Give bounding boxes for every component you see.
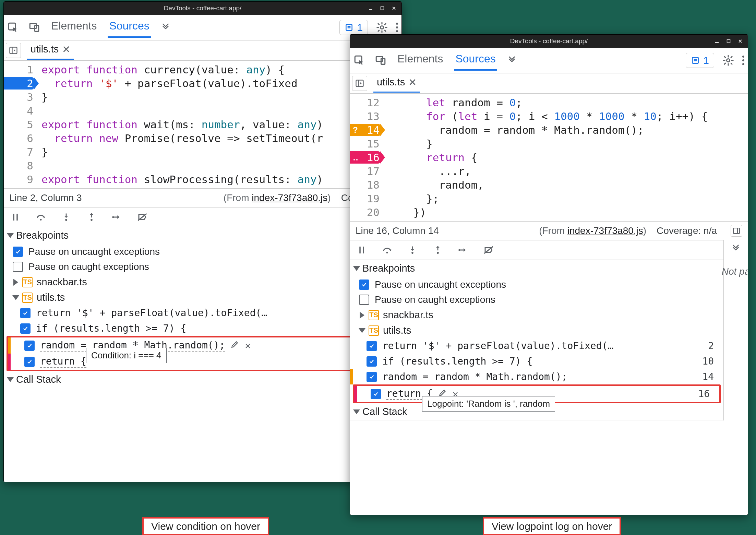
svg-point-40: [386, 252, 388, 253]
toggle-navigator-button[interactable]: [352, 76, 367, 91]
svg-rect-24: [727, 40, 730, 43]
step-button[interactable]: [110, 210, 124, 224]
checkbox[interactable]: [24, 341, 35, 351]
window-maximize-button[interactable]: [377, 4, 388, 13]
breakpoints-header[interactable]: Breakpoints: [4, 227, 401, 244]
breakpoint-code: return '$' + parseFloat(value).toFixed(…: [36, 307, 267, 319]
checkbox[interactable]: [367, 341, 377, 351]
file-tab-label: utils.ts: [377, 76, 405, 88]
breakpoint-file-snackbar-ts[interactable]: TSsnackbar.ts: [4, 274, 401, 290]
kebab-menu-icon[interactable]: [742, 56, 744, 65]
breakpoint-row[interactable]: return {16: [8, 354, 397, 370]
file-tab-utils-ts[interactable]: utils.ts ✕: [27, 41, 74, 60]
breakpoint-file-utils-ts[interactable]: TSutils.ts: [350, 323, 723, 338]
breakpoint-row[interactable]: if (results.length >= 7) {10: [4, 321, 401, 336]
step-button[interactable]: [456, 243, 470, 257]
checkbox[interactable]: [371, 389, 381, 399]
breakpoint-file-snackbar-ts[interactable]: TSsnackbar.ts: [350, 307, 723, 323]
step-out-button[interactable]: [431, 243, 445, 257]
checkbox[interactable]: [20, 323, 31, 334]
devtools-toolbar: Elements Sources 1: [4, 15, 401, 40]
breakpoint-row[interactable]: random = random * Math.random();✕14Condi…: [8, 337, 397, 354]
window-titlebar[interactable]: DevTools - coffee-cart.app/: [4, 2, 401, 15]
checkbox[interactable]: [20, 308, 31, 318]
deactivate-breakpoints-button[interactable]: [482, 243, 495, 257]
status-bar: Line 2, Column 3 (From index-73f73a80.js…: [4, 188, 401, 207]
tab-sources[interactable]: Sources: [454, 50, 497, 71]
checkbox[interactable]: [13, 247, 23, 257]
device-toggle-icon[interactable]: [375, 55, 386, 66]
checkbox[interactable]: [13, 262, 23, 272]
device-toggle-icon[interactable]: [28, 22, 40, 33]
svg-point-15: [40, 219, 42, 221]
kebab-menu-icon[interactable]: [396, 23, 398, 32]
checkbox[interactable]: [367, 372, 377, 382]
step-out-button[interactable]: [85, 210, 98, 224]
pause-button[interactable]: [9, 210, 22, 224]
issues-count: 1: [357, 22, 363, 33]
close-icon[interactable]: ✕: [245, 340, 251, 351]
more-tabs-icon[interactable]: [160, 22, 171, 33]
step-over-button[interactable]: [380, 243, 394, 257]
window-titlebar[interactable]: DevTools - coffee-cart.app/: [350, 35, 748, 48]
breakpoint-row[interactable]: random = random * Math.random();14: [350, 369, 723, 384]
checkbox[interactable]: [359, 295, 369, 305]
svg-point-10: [380, 26, 383, 29]
toggle-navigator-button[interactable]: [6, 43, 21, 58]
deactivate-breakpoints-button[interactable]: [135, 210, 149, 224]
svg-point-19: [91, 219, 93, 221]
issues-button[interactable]: 1: [686, 53, 714, 68]
window-close-button[interactable]: [388, 4, 399, 13]
breakpoint-file-utils-ts[interactable]: TSutils.ts: [4, 290, 401, 305]
checkbox[interactable]: [367, 356, 377, 367]
coverage-label: Coverage: n/a: [657, 225, 717, 236]
breakpoint-code: random = random * Math.random();: [382, 371, 567, 382]
step-into-button[interactable]: [406, 243, 419, 257]
svg-point-44: [437, 252, 439, 254]
checkbox[interactable]: [359, 280, 369, 290]
issues-count: 1: [703, 55, 709, 66]
tab-sources[interactable]: Sources: [108, 17, 151, 38]
close-icon[interactable]: ✕: [62, 44, 70, 55]
step-into-button[interactable]: [59, 210, 73, 224]
breakpoint-row[interactable]: return '$' + parseFloat(value).toFixed(……: [4, 305, 401, 321]
pause-caught-label: Pause on caught exceptions: [28, 261, 149, 272]
sidebar-toggle-icon[interactable]: [731, 225, 742, 237]
step-over-button[interactable]: [34, 210, 48, 224]
more-tabs-icon[interactable]: [507, 55, 517, 66]
file-tab-label: utils.ts: [31, 44, 59, 55]
ts-file-icon: TS: [369, 325, 379, 336]
expand-sidepanel-icon[interactable]: [731, 243, 741, 254]
gear-icon[interactable]: [722, 55, 734, 66]
window-minimize-button[interactable]: [711, 37, 722, 46]
close-icon[interactable]: ✕: [408, 76, 417, 88]
code-editor[interactable]: 123456789export function currency(value:…: [4, 61, 401, 188]
window-close-button[interactable]: [735, 37, 746, 46]
gear-icon[interactable]: [376, 22, 388, 33]
checkbox[interactable]: [24, 357, 35, 367]
issues-button[interactable]: 1: [339, 20, 368, 35]
inspect-icon[interactable]: [7, 22, 19, 33]
edit-icon[interactable]: [230, 340, 239, 351]
window-maximize-button[interactable]: [723, 37, 734, 46]
svg-rect-36: [733, 228, 740, 234]
pause-button[interactable]: [355, 243, 369, 257]
breakpoint-row[interactable]: return {✕16Logpoint: 'Random is ', rando…: [354, 386, 719, 402]
source-map-link[interactable]: index-73f73a80.js: [567, 225, 643, 236]
code-editor[interactable]: 1213?1415‥1617181920 let random = 0; for…: [350, 94, 748, 221]
file-tab-utils-ts[interactable]: utils.ts ✕: [373, 74, 420, 93]
breakpoint-row[interactable]: return '$' + parseFloat(value).toFixed(……: [350, 338, 723, 354]
svg-point-33: [727, 59, 730, 62]
caption-left: View condition on hover: [142, 517, 269, 535]
pause-uncaught-label: Pause on uncaught exceptions: [375, 279, 506, 290]
window-title: DevTools - coffee-cart.app/: [510, 37, 588, 45]
breakpoint-row[interactable]: if (results.length >= 7) {10: [350, 354, 723, 369]
breakpoints-header[interactable]: Breakpoints: [350, 260, 723, 277]
source-map-link[interactable]: index-73f73a80.js: [252, 192, 327, 203]
tab-elements[interactable]: Elements: [50, 17, 98, 38]
window-minimize-button[interactable]: [365, 4, 376, 13]
tab-elements[interactable]: Elements: [396, 50, 444, 71]
callstack-header[interactable]: Call Stack: [4, 371, 401, 388]
inspect-icon[interactable]: [353, 55, 365, 66]
pause-uncaught-label: Pause on uncaught exceptions: [28, 246, 160, 257]
